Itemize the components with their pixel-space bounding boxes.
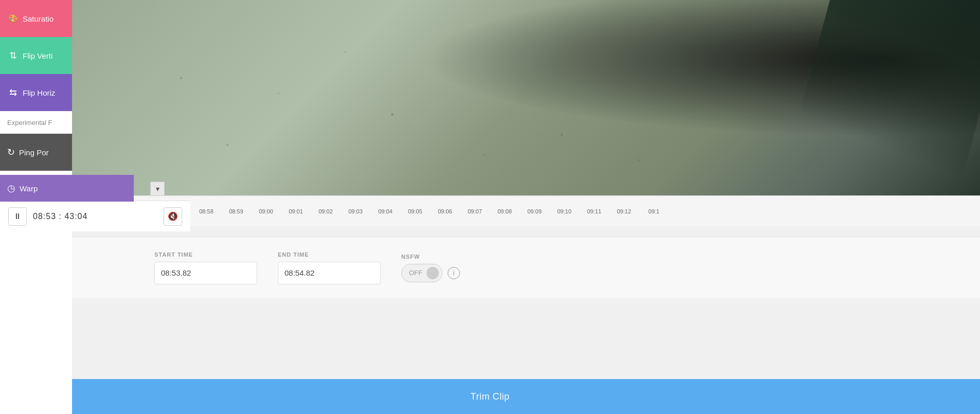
play-pause-button[interactable]: ⏸ <box>8 207 27 226</box>
timeline-label: 09:04 <box>370 208 400 214</box>
controls-bar: ⏸ 08:53 : 43:04 🔇 <box>0 201 190 231</box>
nsfw-off-label: OFF <box>409 269 422 277</box>
timeline-label: 09:02 <box>311 208 341 214</box>
nsfw-row: OFF i <box>401 264 460 282</box>
warp-icon: ◷ <box>7 183 15 194</box>
sidebar-item-flip-vert[interactable]: ⇅ Flip Verti <box>0 37 72 74</box>
sidebar-flip-vert-label: Flip Verti <box>23 51 52 60</box>
saturation-icon: 🎨 <box>7 13 19 24</box>
sidebar-experimental-label: Experimental F <box>0 111 72 134</box>
end-time-group: END TIME <box>278 251 381 284</box>
timeline-label: 09:06 <box>430 208 460 214</box>
nsfw-label: NSFW <box>401 254 460 260</box>
timeline-track: 08:5408:5508:5608:5708:5808:5909:0009:01… <box>72 196 980 226</box>
texture-detail <box>278 93 279 94</box>
info-icon-button[interactable]: i <box>448 267 460 279</box>
ping-icon: ↻ <box>7 147 15 158</box>
timeline-label: 09:09 <box>520 208 549 214</box>
sidebar-flip-horiz-label: Flip Horiz <box>23 88 55 97</box>
timeline-label: 09:10 <box>549 208 579 214</box>
end-time-input[interactable] <box>278 262 381 284</box>
start-time-input[interactable] <box>154 262 257 284</box>
timeline[interactable]: 08:5408:5508:5608:5708:5808:5909:0009:01… <box>72 195 980 226</box>
video-player <box>72 0 980 195</box>
flip-horiz-icon: ⇆ <box>7 87 19 98</box>
texture-detail <box>180 77 182 79</box>
timeline-label: 08:59 <box>221 208 251 214</box>
texture-detail <box>484 154 485 156</box>
timeline-label: 09:11 <box>579 208 609 214</box>
timeline-label: 09:07 <box>460 208 490 214</box>
timeline-label: 09:01 <box>281 208 311 214</box>
nsfw-toggle-knob <box>426 267 439 279</box>
start-time-group: START TIME <box>154 251 257 284</box>
trim-clip-label: Trim Clip <box>471 391 510 402</box>
timeline-label: 09:03 <box>341 208 370 214</box>
texture-detail <box>561 134 563 136</box>
timeline-label: 09:08 <box>490 208 520 214</box>
dropdown-arrow-button[interactable]: ▾ <box>150 182 165 196</box>
timeline-label: 09:12 <box>609 208 639 214</box>
trim-controls: START TIME END TIME NSFW OFF i <box>0 237 980 298</box>
sidebar-ping-label: Ping Por <box>19 148 49 157</box>
sidebar-item-ping[interactable]: ↻ Ping Por <box>0 134 72 171</box>
mute-button[interactable]: 🔇 <box>164 207 182 226</box>
trim-clip-button[interactable]: Trim Clip <box>0 379 980 414</box>
sidebar-warp-label: Warp <box>20 184 38 193</box>
sidebar-item-saturation[interactable]: 🎨 Saturatio <box>0 0 72 37</box>
nsfw-group: NSFW OFF i <box>401 254 460 282</box>
texture-detail <box>638 159 639 161</box>
texture-detail <box>226 144 228 146</box>
texture-detail <box>391 113 394 116</box>
flip-vert-icon: ⇅ <box>7 50 19 61</box>
nsfw-toggle[interactable]: OFF <box>401 264 442 282</box>
timeline-label: 09:05 <box>400 208 430 214</box>
chevron-down-icon: ▾ <box>156 185 159 193</box>
texture-detail <box>345 51 346 53</box>
sidebar-item-flip-horiz[interactable]: ⇆ Flip Horiz <box>0 74 72 111</box>
sidebar-item-warp[interactable]: ◷ Warp <box>0 175 134 202</box>
info-icon: i <box>453 269 455 277</box>
end-time-label: END TIME <box>278 251 381 258</box>
timeline-label: 09:00 <box>251 208 281 214</box>
pause-icon: ⏸ <box>13 212 22 221</box>
timeline-label: 09:1 <box>639 208 669 214</box>
timeline-label: 08:58 <box>191 208 221 214</box>
sidebar-saturation-label: Saturatio <box>23 14 54 23</box>
mute-icon: 🔇 <box>168 211 178 221</box>
start-time-label: START TIME <box>154 251 257 258</box>
timeline-labels: 08:5408:5508:5608:5708:5808:5909:0009:01… <box>72 196 980 226</box>
time-display: 08:53 : 43:04 <box>33 212 87 221</box>
